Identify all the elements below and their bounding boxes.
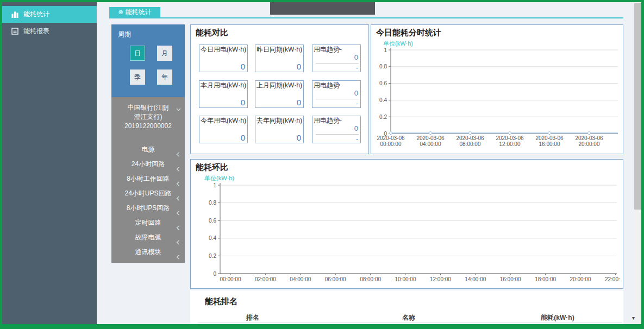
svg-text:00:00:00: 00:00:00	[380, 141, 402, 147]
svg-text:08:00:00: 08:00:00	[360, 276, 381, 282]
trend-divider	[316, 99, 359, 99]
org-menu-item[interactable]: 定时回路	[111, 216, 185, 230]
svg-text:06:00:00: 06:00:00	[325, 276, 346, 282]
svg-text:1: 1	[213, 182, 216, 188]
hourly-chart-panel: 今日能耗分时统计 单位(kW·h) 00.20.40.60.812020-03-…	[371, 24, 623, 154]
svg-text:2020-03-06: 2020-03-06	[496, 135, 524, 141]
top-dialog-fragment	[270, 2, 375, 15]
trend-divider	[316, 134, 359, 135]
org-menu: 电源24小时回路8小时工作回路24小时UPS回路8小时UPS回路定时回路故障电弧…	[111, 142, 185, 260]
svg-text:16:00:00: 16:00:00	[500, 276, 521, 282]
trend-numerator: 0	[354, 53, 358, 61]
card-label: 上月同期(kW·h)	[255, 81, 303, 90]
svg-text:2020-03-06: 2020-03-06	[377, 135, 405, 141]
org-selector[interactable]: 中国银行(江阴 澄江支行) 2019122000002	[111, 97, 185, 131]
org-menu-item[interactable]: 24小时UPS回路	[111, 186, 185, 201]
ranking-title: 能耗排名	[205, 296, 237, 307]
svg-text:1: 1	[384, 47, 387, 53]
card-value: 0	[297, 62, 301, 71]
card-label: 今日用电(kW·h)	[199, 45, 247, 54]
svg-text:14:00:00: 14:00:00	[465, 276, 486, 282]
org-name-line2: 澄江支行)	[111, 112, 185, 122]
org-menu-item[interactable]: 通讯模块	[111, 245, 185, 260]
org-code: 2019122000002	[111, 122, 185, 131]
hourly-line-chart: 00.20.40.60.812020-03-0600:00:002020-03-…	[374, 47, 620, 153]
comparison-cards: 今日用电(kW·h)0昨日同期(kW·h)0用电趋势-0-本月用电(kW·h)0…	[191, 25, 368, 154]
card-value: 0	[241, 98, 245, 107]
chevron-left-icon	[176, 250, 180, 265]
card-label: 用电趋势	[312, 81, 360, 90]
org-menu-item-label: 电源	[142, 145, 155, 153]
period-button-quarter[interactable]: 季	[130, 69, 145, 85]
energy-card: 今年用电(kW·h)0	[199, 116, 248, 143]
energy-card: 昨日同期(kW·h)0	[255, 45, 304, 72]
energy-card: 去年同期(kW·h)0	[255, 116, 304, 143]
trend-numerator: 0	[354, 124, 358, 132]
card-value: 0	[241, 133, 245, 142]
period-title: 周期	[111, 24, 185, 39]
comparison-panel: 能耗对比 今日用电(kW·h)0昨日同期(kW·h)0用电趋势-0-本月用电(k…	[190, 24, 369, 154]
svg-text:2020-03-06: 2020-03-06	[456, 135, 484, 141]
period-button-month[interactable]: 月	[157, 46, 172, 61]
trend-numerator: 0	[354, 89, 358, 97]
ring-comparison-chart-title: 能耗环比	[191, 160, 623, 173]
svg-text:04:00:00: 04:00:00	[420, 141, 441, 147]
org-menu-item[interactable]: 8小时UPS回路	[111, 201, 185, 216]
svg-text:12:00:00: 12:00:00	[430, 276, 451, 282]
org-name-line1: 中国银行(江阴	[111, 103, 185, 112]
org-panel: 中国银行(江阴 澄江支行) 2019122000002 电源24小时回路8小时工…	[111, 97, 185, 263]
trend-divider	[316, 63, 359, 64]
period-button-day[interactable]: 日	[130, 46, 145, 61]
hourly-chart-title: 今日能耗分时统计	[371, 25, 623, 38]
org-menu-item-label: 24小时回路	[132, 160, 165, 168]
svg-text:20:00:00: 20:00:00	[579, 141, 600, 147]
org-menu-item[interactable]: 24小时回路	[111, 157, 185, 172]
ranking-header-divider	[198, 322, 622, 323]
card-value: 0	[241, 62, 245, 71]
svg-text:0.4: 0.4	[379, 97, 387, 103]
energy-card: 用电趋势0-	[312, 80, 361, 108]
svg-text:0: 0	[213, 271, 216, 277]
tab-energy-stats[interactable]: ⊗ 能耗统计	[109, 7, 160, 17]
svg-text:2020-03-06: 2020-03-06	[416, 135, 445, 141]
ring-comparison-chart-panel: 能耗环比 单位(kW·h) 00.20.40.60.8100:00:0002:0…	[190, 159, 623, 289]
vertical-scrollbar[interactable]	[634, 2, 641, 324]
svg-text:0.6: 0.6	[209, 218, 216, 224]
scroll-down-arrow-icon[interactable]: ▾	[632, 315, 635, 321]
card-value: 0	[297, 133, 301, 142]
sidebar-item-label: 能耗统计	[23, 10, 49, 19]
svg-text:12:00:00: 12:00:00	[499, 141, 521, 147]
energy-card: 用电趋势-0-	[312, 116, 361, 143]
scrollbar-thumb[interactable]	[634, 3, 641, 210]
ranking-section: 能耗排名 排名名称能耗(kW·h)	[190, 290, 623, 324]
energy-card: 今日用电(kW·h)0	[199, 45, 248, 72]
trend-denominator: -	[356, 135, 358, 143]
sidebar-item[interactable]: 能耗报表	[2, 23, 97, 40]
period-button-year[interactable]: 年	[157, 69, 172, 85]
app-window: 能耗统计能耗报表 ⊗ 能耗统计 周期 日月季年 中国银行(江阴 澄江支行) 20…	[0, 0, 644, 329]
org-menu-item[interactable]: 8小时工作回路	[111, 172, 185, 186]
org-menu-item-label: 通讯模块	[135, 248, 161, 256]
ranking-column-header: 名称	[402, 313, 415, 322]
svg-text:10:00:00: 10:00:00	[395, 276, 416, 282]
svg-text:00:00:00: 00:00:00	[220, 276, 241, 282]
trend-denominator: -	[356, 100, 358, 107]
tab-close-icon[interactable]: ⊗	[118, 9, 123, 15]
svg-text:04:00:00: 04:00:00	[290, 276, 311, 282]
energy-card: 用电趋势-0-	[312, 45, 361, 72]
svg-text:16:00:00: 16:00:00	[539, 141, 560, 147]
org-menu-item-label: 故障电弧	[135, 233, 161, 241]
svg-text:0.8: 0.8	[209, 200, 216, 206]
org-menu-item[interactable]: 故障电弧	[111, 230, 185, 245]
bar-chart-icon	[11, 11, 18, 18]
chevron-down-icon	[176, 105, 181, 114]
org-menu-item-label: 24小时UPS回路	[124, 189, 171, 197]
card-label: 今年用电(kW·h)	[199, 116, 247, 125]
ranking-headers: 排名名称能耗(kW·h)	[190, 313, 623, 322]
card-label: 昨日同期(kW·h)	[255, 45, 303, 54]
org-menu-item[interactable]: 电源	[111, 142, 185, 157]
svg-text:0.2: 0.2	[209, 253, 216, 259]
svg-text:2020-03-06: 2020-03-06	[535, 135, 564, 141]
card-value: 0	[297, 98, 301, 107]
sidebar-item[interactable]: 能耗统计	[2, 6, 97, 23]
